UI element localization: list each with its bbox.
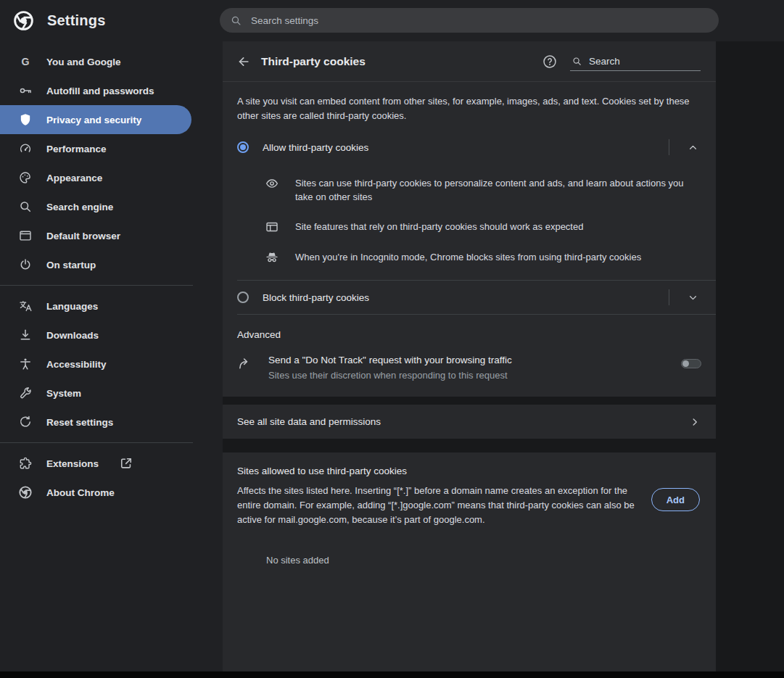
chevron-down-icon xyxy=(687,292,699,304)
page-search-field[interactable] xyxy=(570,51,701,71)
do-not-track-title: Send a "Do Not Track" request with your … xyxy=(268,353,512,367)
sidebar-item-label: Accessibility xyxy=(46,359,107,370)
palette-icon xyxy=(18,170,33,185)
see-all-site-data-row[interactable]: See all site data and permissions xyxy=(223,405,716,439)
key-icon xyxy=(18,83,33,98)
detail-text: Site features that rely on third-party c… xyxy=(295,220,583,233)
app-title: Settings xyxy=(47,12,106,29)
radio-button-selected[interactable] xyxy=(237,141,249,153)
sidebar-item-label: System xyxy=(46,388,81,399)
sidebar-item-label: Languages xyxy=(46,301,98,312)
sidebar-item-label: Search engine xyxy=(46,202,113,212)
speedometer-icon xyxy=(18,141,33,156)
search-icon xyxy=(230,15,242,27)
chevron-right-icon xyxy=(688,416,701,429)
advanced-section-heading: Advanced xyxy=(223,315,716,346)
do-not-track-texts: Send a "Do Not Track" request with your … xyxy=(268,353,512,382)
sidebar-item-appearance[interactable]: Appearance xyxy=(0,163,223,192)
sidebar-item-label: You and Google xyxy=(46,57,121,67)
option-label: Block third-party cookies xyxy=(263,292,369,303)
settings-search-bar[interactable] xyxy=(220,8,719,33)
page-header: Third-party cookies xyxy=(223,41,716,82)
sidebar-item-search-engine[interactable]: Search engine xyxy=(0,192,223,221)
allow-option-details: Sites can use third-party cookies to per… xyxy=(223,164,716,280)
allowed-sites-heading: Sites allowed to use third-party cookies xyxy=(237,466,701,476)
do-not-track-toggle[interactable] xyxy=(681,359,701,368)
sidebar-item-default-browser[interactable]: Default browser xyxy=(0,221,223,250)
collapse-button[interactable] xyxy=(669,141,716,154)
shield-icon xyxy=(18,112,33,127)
sidebar-item-about-chrome[interactable]: About Chrome xyxy=(0,478,223,507)
chrome-settings-window: Settings You and Google Autofill and pas… xyxy=(0,0,784,678)
sidebar-item-downloads[interactable]: Downloads xyxy=(0,321,223,350)
sidebar-item-label: Default browser xyxy=(46,231,120,241)
sidebar-item-label: Autofill and passwords xyxy=(46,86,154,96)
external-link-icon xyxy=(119,456,133,471)
incognito-icon xyxy=(265,250,279,265)
sidebar-item-privacy-and-security[interactable]: Privacy and security xyxy=(0,105,191,134)
settings-sidebar: You and Google Autofill and passwords Pr… xyxy=(0,41,223,671)
sidebar-item-reset-settings[interactable]: Reset settings xyxy=(0,408,223,437)
do-not-track-row: Send a "Do Not Track" request with your … xyxy=(223,346,716,397)
page-search-input[interactable] xyxy=(587,55,699,67)
sidebar-item-label: Appearance xyxy=(46,173,102,183)
option-label: Allow third-party cookies xyxy=(263,142,368,153)
detail-text: Sites can use third-party cookies to per… xyxy=(295,176,698,204)
back-arrow-icon[interactable] xyxy=(236,54,251,69)
browser-window-icon xyxy=(18,228,33,243)
sidebar-item-label: Performance xyxy=(46,144,107,154)
allowed-sites-card: Sites allowed to use third-party cookies… xyxy=(223,452,716,671)
chrome-logo-icon xyxy=(12,9,35,32)
block-third-party-cookies-option[interactable]: Block third-party cookies xyxy=(223,281,716,314)
sidebar-item-extensions[interactable]: Extensions xyxy=(0,449,223,478)
sidebar-item-on-startup[interactable]: On startup xyxy=(0,250,223,279)
sidebar-item-you-and-google[interactable]: You and Google xyxy=(0,47,223,76)
main-content-area: Third-party cookies A site you visit can… xyxy=(223,41,784,671)
puzzle-icon xyxy=(18,456,33,471)
sidebar-item-label: Reset settings xyxy=(46,417,113,428)
sidebar-item-languages[interactable]: Languages xyxy=(0,292,223,321)
top-bar: Settings xyxy=(0,0,784,41)
search-icon xyxy=(572,56,582,67)
sidebar-item-label: Downloads xyxy=(46,330,99,341)
third-party-cookies-card: Third-party cookies A site you visit can… xyxy=(223,41,716,397)
chrome-icon xyxy=(18,485,33,500)
sidebar-item-system[interactable]: System xyxy=(0,379,223,408)
site-card-icon xyxy=(265,220,279,234)
expand-button[interactable] xyxy=(669,292,716,304)
reset-icon xyxy=(18,415,33,429)
detail-item: Sites can use third-party cookies to per… xyxy=(223,168,716,212)
site-data-card: See all site data and permissions xyxy=(223,405,716,439)
sidebar-divider xyxy=(0,285,193,286)
help-icon[interactable] xyxy=(542,54,558,70)
radio-button-unselected[interactable] xyxy=(237,292,249,303)
sidebar-divider xyxy=(0,442,193,443)
brand: Settings xyxy=(0,9,106,32)
toggle-knob xyxy=(682,360,689,367)
no-sites-added-label: No sites added xyxy=(266,555,716,566)
chevron-up-icon xyxy=(687,141,699,154)
sidebar-item-label: On startup xyxy=(46,260,96,270)
download-icon xyxy=(18,328,33,342)
sidebar-item-label: Extensions xyxy=(46,458,99,469)
power-icon xyxy=(18,257,33,272)
page-description: A site you visit can embed content from … xyxy=(237,94,694,123)
bottom-bar xyxy=(0,671,784,678)
google-g-icon xyxy=(18,54,33,69)
do-not-track-subtitle: Sites use their discretion when respondi… xyxy=(268,368,512,382)
sidebar-item-label: Privacy and security xyxy=(46,115,141,125)
sidebar-item-label: About Chrome xyxy=(46,487,115,498)
row-label: See all site data and permissions xyxy=(237,416,381,427)
detail-item: Site features that rely on third-party c… xyxy=(223,212,716,242)
wrench-icon xyxy=(18,386,33,400)
sidebar-item-accessibility[interactable]: Accessibility xyxy=(0,350,223,379)
add-site-button[interactable]: Add xyxy=(651,488,700,511)
detail-text: When you're in Incognito mode, Chrome bl… xyxy=(295,250,641,264)
redirect-arrow-icon xyxy=(237,356,252,371)
magnifier-icon xyxy=(18,199,33,214)
accessibility-icon xyxy=(18,357,33,371)
settings-search-input[interactable] xyxy=(249,15,709,27)
sidebar-item-performance[interactable]: Performance xyxy=(0,134,223,163)
sidebar-item-autofill-and-passwords[interactable]: Autofill and passwords xyxy=(0,76,223,105)
allow-third-party-cookies-option[interactable]: Allow third-party cookies xyxy=(223,131,716,164)
